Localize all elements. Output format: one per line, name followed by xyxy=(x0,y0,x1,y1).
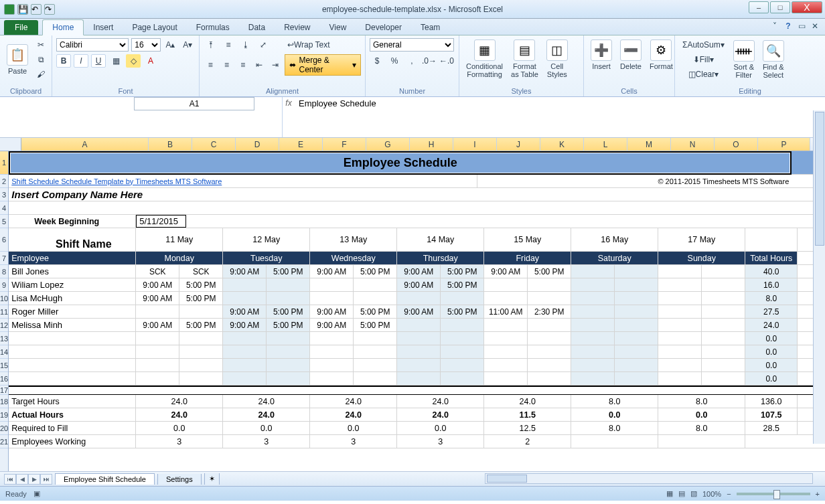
shift-cell[interactable] xyxy=(702,265,745,278)
row-header-14[interactable]: 14 xyxy=(0,345,8,359)
shift-cell[interactable] xyxy=(441,359,484,371)
row-header-18[interactable]: 18 xyxy=(0,395,8,408)
shift-cell[interactable] xyxy=(702,305,745,318)
tab-team[interactable]: Team xyxy=(411,20,449,35)
shift-cell[interactable] xyxy=(528,292,571,305)
shift-cell[interactable] xyxy=(615,372,658,385)
shift-cell[interactable] xyxy=(571,292,615,305)
font-size-select[interactable]: 16 xyxy=(131,38,160,52)
shift-cell[interactable] xyxy=(267,278,310,291)
shift-cell[interactable] xyxy=(702,292,745,305)
delete-cells-button[interactable]: ➖Delete xyxy=(617,38,644,72)
shift-cell[interactable]: 5:00 PM xyxy=(354,305,397,318)
row-header-19[interactable]: 19 xyxy=(0,408,8,422)
align-bottom-icon[interactable]: ⭳ xyxy=(238,38,253,52)
row-header-11[interactable]: 11 xyxy=(0,305,8,319)
align-middle-icon[interactable]: ≡ xyxy=(221,38,236,52)
conditional-formatting-button[interactable]: ▦Conditional Formatting xyxy=(463,38,506,80)
shift-cell[interactable] xyxy=(267,292,310,305)
first-sheet-icon[interactable]: ⏮ xyxy=(4,474,16,485)
shift-cell[interactable]: 5:00 PM xyxy=(441,265,484,278)
view-normal-icon[interactable]: ▦ xyxy=(666,489,673,498)
row-header-8[interactable]: 8 xyxy=(0,265,8,278)
shift-cell[interactable] xyxy=(615,359,658,371)
align-right-icon[interactable]: ≡ xyxy=(236,58,250,72)
shift-cell[interactable]: 9:00 AM xyxy=(136,278,179,291)
shift-cell[interactable]: 5:00 PM xyxy=(528,265,571,278)
shift-cell[interactable] xyxy=(136,372,179,385)
shift-cell[interactable]: 9:00 AM xyxy=(484,265,528,278)
shift-cell[interactable] xyxy=(484,345,528,358)
row-header-15[interactable]: 15 xyxy=(0,359,8,372)
shift-cell[interactable]: 5:00 PM xyxy=(179,319,223,331)
zoom-in-icon[interactable]: + xyxy=(816,490,820,498)
macro-record-icon[interactable]: ▣ xyxy=(33,489,40,498)
shift-cell[interactable] xyxy=(658,319,702,331)
font-name-select[interactable]: Calibri xyxy=(56,38,129,52)
shift-cell[interactable] xyxy=(528,359,571,371)
shift-cell[interactable] xyxy=(658,345,702,358)
sheet-title[interactable]: Employee Schedule xyxy=(9,151,792,174)
shift-cell[interactable] xyxy=(136,332,179,345)
increase-indent-icon[interactable]: ⇥ xyxy=(269,58,282,72)
shift-cell[interactable] xyxy=(528,332,571,345)
shift-cell[interactable] xyxy=(397,359,441,371)
shift-cell[interactable] xyxy=(223,345,267,358)
save-icon[interactable]: 💾 xyxy=(17,4,28,15)
shift-cell[interactable] xyxy=(397,345,441,358)
shift-cell[interactable] xyxy=(571,305,615,318)
shift-cell[interactable] xyxy=(267,359,310,371)
shift-cell[interactable]: 5:00 PM xyxy=(267,265,310,278)
employee-name[interactable] xyxy=(9,372,136,385)
shift-cell[interactable] xyxy=(571,345,615,358)
shift-cell[interactable]: 9:00 AM xyxy=(223,305,267,318)
shift-cell[interactable] xyxy=(702,359,745,371)
tab-home[interactable]: Home xyxy=(42,19,84,35)
format-painter-icon[interactable]: 🖌 xyxy=(33,68,48,81)
close-button[interactable]: X xyxy=(792,1,822,13)
number-format-select[interactable]: General xyxy=(370,38,454,52)
shift-cell[interactable] xyxy=(397,319,441,331)
shift-cell[interactable] xyxy=(658,292,702,305)
col-header-B[interactable]: B xyxy=(149,138,192,151)
shift-cell[interactable]: 5:00 PM xyxy=(354,319,397,331)
zoom-slider[interactable] xyxy=(737,493,810,495)
shift-cell[interactable] xyxy=(484,292,528,305)
shift-cell[interactable]: SCK xyxy=(136,265,179,278)
col-header-H[interactable]: H xyxy=(410,138,453,151)
tab-view[interactable]: View xyxy=(320,20,356,35)
shift-cell[interactable] xyxy=(223,292,267,305)
vertical-scrollbar[interactable] xyxy=(813,110,825,444)
shift-cell[interactable] xyxy=(528,319,571,331)
align-top-icon[interactable]: ⭱ xyxy=(204,38,218,52)
col-header-F[interactable]: F xyxy=(323,138,366,151)
shift-cell[interactable] xyxy=(397,372,441,385)
shift-cell[interactable] xyxy=(223,359,267,371)
shift-cell[interactable] xyxy=(702,319,745,331)
col-header-D[interactable]: D xyxy=(236,138,279,151)
shift-cell[interactable] xyxy=(615,345,658,358)
select-all-corner[interactable] xyxy=(0,138,21,151)
window-restore-icon[interactable]: ▭ xyxy=(797,21,806,31)
shift-cell[interactable] xyxy=(484,332,528,345)
employee-name[interactable] xyxy=(9,345,136,358)
col-header-P[interactable]: P xyxy=(758,138,810,151)
shift-cell[interactable]: 5:00 PM xyxy=(441,278,484,291)
shift-cell[interactable] xyxy=(484,372,528,385)
copy-icon[interactable]: ⧉ xyxy=(33,53,48,66)
shift-cell[interactable]: 9:00 AM xyxy=(310,265,354,278)
shift-cell[interactable] xyxy=(702,345,745,358)
shift-cell[interactable] xyxy=(484,319,528,331)
tab-file[interactable]: File xyxy=(4,20,38,35)
shift-cell[interactable] xyxy=(658,372,702,385)
shift-cell[interactable] xyxy=(310,292,354,305)
shift-cell[interactable] xyxy=(658,278,702,291)
sort-filter-button[interactable]: ᚔSort & Filter xyxy=(731,39,757,80)
shift-cell[interactable] xyxy=(354,372,397,385)
shift-cell[interactable] xyxy=(310,332,354,345)
shift-cell[interactable]: 5:00 PM xyxy=(179,278,223,291)
col-header-G[interactable]: G xyxy=(366,138,410,151)
employee-name[interactable] xyxy=(9,359,136,371)
shift-cell[interactable]: 5:00 PM xyxy=(179,292,223,305)
italic-button[interactable]: I xyxy=(74,54,88,68)
